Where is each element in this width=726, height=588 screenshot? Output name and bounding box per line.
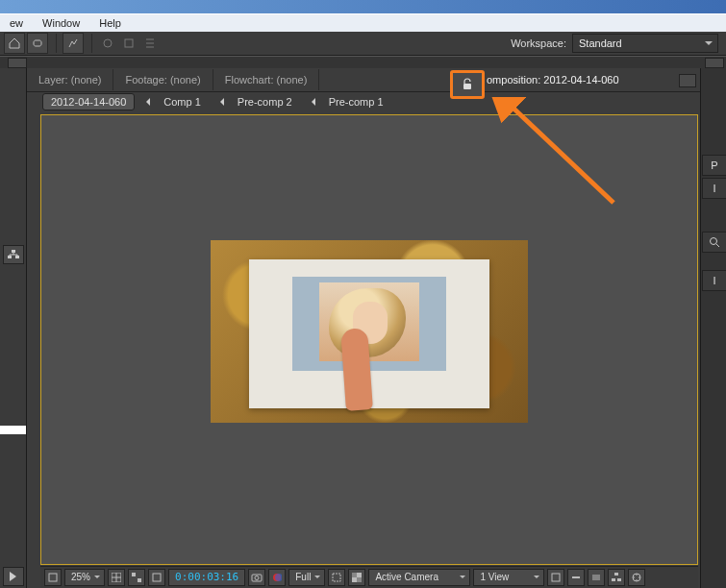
svg-rect-22 (612, 578, 615, 581)
svg-rect-3 (8, 256, 12, 258)
menu-view[interactable]: ew (0, 14, 33, 32)
right-tab-search-icon[interactable] (702, 232, 726, 253)
channel-button[interactable] (268, 569, 286, 586)
panel-menu-button[interactable] (679, 74, 696, 87)
chevron-left-icon (142, 98, 150, 106)
views-dropdown[interactable]: 1 View (473, 569, 544, 586)
center-panel: Layer: (none) Footage: (none) Flowchart:… (27, 68, 700, 588)
svg-rect-20 (552, 574, 560, 581)
svg-rect-1 (125, 39, 133, 47)
transparency-grid-icon[interactable] (348, 569, 365, 586)
svg-rect-10 (138, 578, 141, 582)
panel-lock-toggle[interactable] (450, 70, 485, 99)
resolution-icon[interactable] (108, 569, 125, 586)
crumb-precomp1[interactable]: Pre-comp 1 (321, 94, 391, 110)
thin-strip-left-btn[interactable] (8, 58, 27, 68)
tab-layer[interactable]: Layer: (none) (27, 69, 113, 90)
mask-toggle[interactable] (148, 569, 165, 586)
tab-flowchart[interactable]: Flowchart: (none) (213, 69, 320, 90)
chevron-left-icon (308, 98, 315, 106)
tab-composition[interactable]: omposition: 2012-04-14-060 (487, 68, 619, 91)
tab-footage[interactable]: Footage: (none) (113, 69, 213, 90)
view-controls: 25% 0:00:03:16 Full (40, 566, 698, 588)
svg-rect-4 (15, 256, 19, 258)
crumb-root[interactable]: 2012-04-14-060 (42, 93, 135, 110)
menu-help[interactable]: Help (89, 14, 131, 32)
timeline-button[interactable] (588, 569, 605, 586)
fast-previews-button[interactable] (567, 569, 585, 586)
camera-dropdown[interactable]: Active Camera (368, 569, 470, 586)
lock-icon (461, 78, 474, 91)
left-rail-selection (0, 426, 26, 434)
zoom-dropdown[interactable]: 25% (64, 569, 105, 586)
chevron-left-icon (216, 98, 224, 106)
flowchart-icon[interactable] (3, 245, 24, 264)
timecode-display[interactable]: 0:00:03:16 (168, 569, 245, 586)
svg-rect-16 (333, 574, 340, 581)
svg-point-0 (104, 39, 112, 47)
roi-button[interactable] (328, 569, 345, 586)
tool-strip: Workspace: Standard (0, 32, 726, 56)
tool-5[interactable] (119, 34, 138, 53)
thin-strip-right-btn[interactable] (705, 58, 724, 68)
pixel-aspect-button[interactable] (547, 569, 564, 586)
tool-4[interactable] (98, 34, 117, 53)
svg-point-13 (255, 576, 259, 580)
app-body: Workspace: Standard Layer: (none) Footag… (0, 32, 726, 588)
link-tool[interactable] (27, 33, 48, 54)
svg-rect-11 (153, 574, 161, 581)
resolution-dropdown[interactable]: Full (288, 569, 325, 586)
tool-3[interactable] (63, 33, 84, 54)
always-preview-toggle[interactable] (44, 569, 62, 586)
workspace-selector[interactable]: Standard (572, 34, 718, 53)
right-rail: P I I (700, 68, 726, 588)
home-tool[interactable] (4, 33, 25, 54)
left-rail (0, 68, 27, 588)
svg-rect-2 (12, 250, 15, 253)
svg-rect-18 (352, 573, 357, 577)
svg-rect-19 (357, 577, 362, 582)
composition-breadcrumb: 2012-04-14-060 Comp 1 Pre-comp 2 Pre-com… (27, 92, 700, 111)
svg-point-25 (711, 238, 717, 245)
right-tab-3[interactable]: I (702, 270, 726, 291)
grid-icon[interactable] (128, 569, 145, 586)
crumb-precomp2[interactable]: Pre-comp 2 (230, 94, 300, 110)
panel-tabs: Layer: (none) Footage: (none) Flowchart:… (27, 68, 700, 92)
svg-rect-5 (463, 84, 471, 89)
composition-viewer[interactable] (40, 114, 698, 565)
snapshot-button[interactable] (248, 569, 265, 586)
window-titlebar (0, 0, 726, 13)
svg-rect-23 (617, 578, 621, 581)
right-tab-2[interactable]: I (702, 178, 726, 199)
thin-strip (0, 56, 726, 69)
composition-canvas (211, 240, 528, 423)
tool-6[interactable] (140, 34, 160, 53)
play-button[interactable] (3, 567, 24, 586)
svg-rect-7 (49, 574, 57, 581)
menu-window[interactable]: Window (33, 14, 89, 32)
menubar: ew Window Help (0, 13, 726, 33)
crumb-comp1[interactable]: Comp 1 (156, 94, 209, 110)
svg-rect-9 (132, 573, 136, 576)
exposure-reset[interactable] (628, 569, 645, 586)
svg-rect-21 (614, 573, 618, 576)
workspace-label: Workspace: (511, 37, 566, 49)
comp-flowchart-button[interactable] (608, 569, 625, 586)
finger-pointer (340, 328, 373, 411)
right-tab-1[interactable]: P (702, 155, 726, 176)
